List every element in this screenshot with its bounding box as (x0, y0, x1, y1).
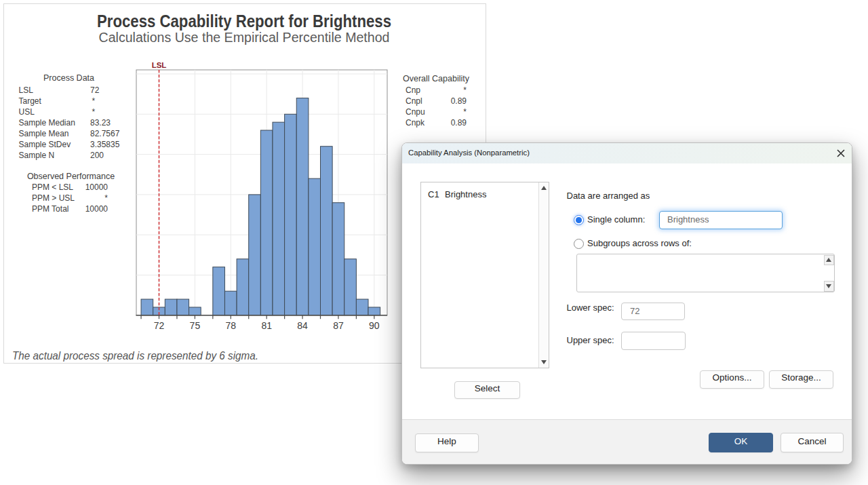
svg-text:USL: USL (19, 107, 35, 117)
svg-text:83.23: 83.23 (90, 118, 111, 128)
svg-text:Sample N: Sample N (19, 151, 55, 160)
svg-text:Process Data: Process Data (43, 73, 94, 83)
svg-text:87: 87 (333, 320, 344, 331)
svg-text:PPM Total: PPM Total (32, 204, 68, 214)
svg-text:PPM < LSL: PPM < LSL (32, 182, 73, 192)
svg-text:200: 200 (90, 151, 104, 160)
svg-text:75: 75 (190, 320, 201, 331)
svg-text:Cnpk: Cnpk (406, 118, 425, 128)
svg-text:72: 72 (154, 320, 165, 331)
svg-text:10000: 10000 (85, 204, 108, 214)
svg-text:Sample Mean: Sample Mean (19, 129, 69, 138)
svg-text:*: * (104, 193, 108, 203)
svg-text:Cnpl: Cnpl (406, 96, 422, 106)
svg-text:LSL: LSL (152, 61, 167, 69)
svg-text:0.89: 0.89 (451, 96, 467, 106)
svg-text:72: 72 (90, 85, 100, 95)
svg-text:82.7567: 82.7567 (90, 129, 120, 138)
svg-text:Target: Target (19, 96, 42, 106)
svg-text:Overall Capability: Overall Capability (403, 74, 470, 83)
svg-text:78: 78 (226, 320, 237, 331)
svg-text:*: * (463, 107, 467, 117)
svg-text:Observed Performance: Observed Performance (27, 172, 115, 181)
svg-text:Cnp: Cnp (406, 85, 420, 95)
svg-text:Calculations Use the Empirical: Calculations Use the Empirical Percentil… (99, 30, 390, 45)
svg-text:*: * (92, 96, 96, 106)
svg-text:84: 84 (297, 320, 308, 331)
svg-text:LSL: LSL (19, 85, 34, 95)
svg-text:90: 90 (369, 320, 380, 331)
svg-text:10000: 10000 (85, 182, 108, 192)
svg-text:*: * (92, 107, 96, 117)
svg-text:*: * (463, 85, 467, 95)
svg-text:PPM > USL: PPM > USL (32, 193, 75, 203)
svg-text:Sample Median: Sample Median (19, 118, 75, 128)
svg-text:Cnpu: Cnpu (406, 107, 425, 117)
svg-text:Sample StDev: Sample StDev (19, 140, 71, 149)
svg-text:81: 81 (261, 320, 272, 331)
svg-text:Process Capability Report for: Process Capability Report for Brightness (97, 12, 391, 31)
svg-text:0.89: 0.89 (451, 118, 467, 128)
svg-text:3.35835: 3.35835 (90, 140, 120, 149)
svg-text:The actual process spread is r: The actual process spread is represented… (12, 349, 258, 362)
